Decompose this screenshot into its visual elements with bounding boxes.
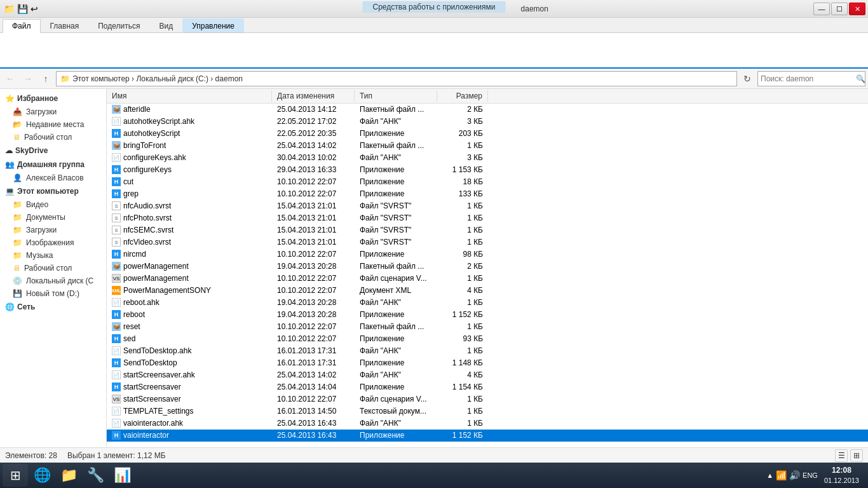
taskbar-chrome[interactable]: 🌐 bbox=[29, 464, 55, 487]
table-row[interactable]: VS powerManagement 10.10.2012 22:07 Файл… bbox=[107, 273, 868, 285]
sidebar-item-downloads[interactable]: 📥 Загрузки bbox=[0, 105, 106, 118]
table-row[interactable]: H sed 10.10.2012 22:07 Приложение 93 КБ bbox=[107, 333, 868, 345]
table-row[interactable]: H reboot 19.04.2013 20:28 Приложение 1 1… bbox=[107, 309, 868, 321]
sidebar-section-skydrive[interactable]: ☁ SkyDrive bbox=[0, 144, 106, 158]
table-row[interactable]: 📄 TEMPLATE_settings 16.01.2013 14:50 Тек… bbox=[107, 405, 868, 417]
file-icon: 📁 bbox=[4, 4, 15, 14]
file-rows-container: 📦 afteridle 25.04.2013 14:12 Пакетный фа… bbox=[107, 104, 868, 442]
selected-info: Выбран 1 элемент: 1,12 МБ bbox=[67, 451, 166, 460]
sidebar: ⭐ Избранное 📥 Загрузки 📂 Недавние места … bbox=[0, 89, 107, 447]
refresh-button[interactable]: ↻ bbox=[740, 71, 755, 86]
table-row[interactable]: H nircmd 10.10.2012 22:07 Приложение 98 … bbox=[107, 248, 868, 261]
package-icon: 📦 bbox=[112, 262, 121, 271]
table-row[interactable]: S nfcSEMC.svrst 15.04.2013 21:01 Файл "S… bbox=[107, 224, 868, 236]
h-app-icon: H bbox=[112, 334, 121, 343]
sidebar-item-recent[interactable]: 📂 Недавние места bbox=[0, 118, 106, 131]
taskbar-app1[interactable]: 🔧 bbox=[83, 464, 108, 487]
tab-manage[interactable]: Управление bbox=[182, 18, 244, 32]
table-row[interactable]: H cut 10.10.2012 22:07 Приложение 18 КБ bbox=[107, 176, 868, 188]
docs-icon: 📁 bbox=[13, 213, 22, 222]
table-row[interactable]: H SendToDesktop 16.01.2013 17:31 Приложе… bbox=[107, 357, 868, 369]
table-row[interactable]: H grep 10.10.2012 22:07 Приложение 133 К… bbox=[107, 188, 868, 200]
back-button[interactable]: ← bbox=[3, 71, 18, 86]
table-row[interactable]: H autohotkeyScript 22.05.2012 20:35 Прил… bbox=[107, 128, 868, 140]
table-row[interactable]: 📦 bringToFront 25.04.2013 14:02 Пакетный… bbox=[107, 140, 868, 152]
sidebar-item-desktop[interactable]: 🖥 Рабочий стол bbox=[0, 131, 106, 144]
file-name: VS powerManagement bbox=[107, 273, 272, 283]
table-row[interactable]: VS startScreensaver 10.10.2012 22:07 Фай… bbox=[107, 393, 868, 405]
col-header-name[interactable]: Имя bbox=[107, 90, 272, 102]
file-name: 📄 startScreensaver.ahk bbox=[107, 370, 272, 380]
taskbar-clock[interactable]: 12:08 01.12.2013 bbox=[820, 464, 863, 486]
table-row[interactable]: 📄 reboot.ahk 19.04.2013 20:28 Файл "АНК"… bbox=[107, 297, 868, 309]
tray-arrow[interactable]: ▲ bbox=[766, 471, 773, 479]
sidebar-item-docs[interactable]: 📁 Документы bbox=[0, 211, 106, 224]
maximize-button[interactable]: ☐ bbox=[831, 3, 848, 15]
table-row[interactable]: 📄 startScreensaver.ahk 25.04.2013 14:02 … bbox=[107, 369, 868, 381]
sidebar-item-images[interactable]: 📁 Изображения bbox=[0, 236, 106, 249]
taskbar-explorer[interactable]: 📁 bbox=[56, 464, 81, 487]
up-button[interactable]: ↑ bbox=[38, 71, 53, 86]
breadcrumb[interactable]: 📁 Этот компьютер › Локальный диск (C:) ›… bbox=[56, 71, 737, 86]
tray-volume: 🔊 bbox=[789, 470, 800, 480]
tab-file[interactable]: Файл bbox=[3, 19, 41, 33]
tab-share[interactable]: Поделиться bbox=[88, 18, 149, 32]
skydrive-icon: ☁ bbox=[5, 146, 13, 155]
table-row[interactable]: S nfcVideo.svrst 15.04.2013 21:01 Файл "… bbox=[107, 236, 868, 248]
start-button[interactable]: ⊞ bbox=[3, 464, 28, 487]
file-type: Приложение bbox=[355, 382, 437, 392]
table-row[interactable]: S nfcPhoto.svrst 15.04.2013 21:01 Файл "… bbox=[107, 212, 868, 224]
file-size: 1 148 КБ bbox=[437, 358, 488, 368]
tab-home[interactable]: Главная bbox=[41, 18, 89, 32]
table-row[interactable]: 📄 configureKeys.ahk 30.04.2013 10:02 Фай… bbox=[107, 152, 868, 164]
search-box[interactable]: 🔍 bbox=[757, 71, 865, 86]
col-header-date[interactable]: Дата изменения bbox=[272, 90, 355, 102]
sidebar-section-network[interactable]: 🌐 Сеть bbox=[0, 300, 106, 314]
minimize-button[interactable]: — bbox=[813, 3, 830, 15]
table-row[interactable]: 📄 SendToDesktop.ahk 16.01.2013 17:31 Фай… bbox=[107, 345, 868, 357]
recent-icon: 📂 bbox=[13, 120, 22, 129]
file-date: 25.04.2013 16:43 bbox=[272, 430, 355, 440]
network-label: Сеть bbox=[17, 302, 35, 311]
sidebar-section-favorites[interactable]: ⭐ Избранное bbox=[0, 92, 106, 105]
search-input[interactable] bbox=[761, 74, 856, 83]
close-button[interactable]: ✕ bbox=[849, 3, 865, 15]
sidebar-item-music[interactable]: 📁 Музыка bbox=[0, 249, 106, 262]
col-header-size[interactable]: Размер bbox=[437, 90, 488, 102]
file-date: 22.05.2012 17:02 bbox=[272, 116, 355, 126]
forward-button[interactable]: → bbox=[20, 71, 36, 86]
sidebar-item-video[interactable]: 📁 Видео bbox=[0, 198, 106, 211]
sidebar-item-downloads2[interactable]: 📁 Загрузки bbox=[0, 224, 106, 236]
file-size: 1 КБ bbox=[437, 406, 488, 416]
view-tiles-btn[interactable]: ⊞ bbox=[850, 449, 863, 462]
table-row[interactable]: H vaiointeractor 25.04.2013 16:43 Прилож… bbox=[107, 430, 868, 442]
table-row[interactable]: XML PowerManagementSONY 10.10.2012 22:07… bbox=[107, 285, 868, 297]
table-row[interactable]: 📄 vaiointeractor.ahk 25.04.2013 16:43 Фа… bbox=[107, 417, 868, 430]
package-icon: 📦 bbox=[112, 105, 121, 114]
file-date: 15.04.2013 21:01 bbox=[272, 201, 355, 211]
file-name: XML PowerManagementSONY bbox=[107, 285, 272, 295]
sidebar-section-thispc[interactable]: 💻 Этот компьютер bbox=[0, 184, 106, 198]
file-date: 15.04.2013 21:01 bbox=[272, 213, 355, 223]
h-app-icon: H bbox=[112, 250, 121, 259]
table-row[interactable]: 📦 reset 10.10.2012 22:07 Пакетный файл .… bbox=[107, 321, 868, 333]
sidebar-item-desktop2[interactable]: 🖥 Рабочий стол bbox=[0, 262, 106, 274]
view-details-btn[interactable]: ☰ bbox=[835, 449, 848, 462]
table-row[interactable]: 📦 powerManagement 19.04.2013 20:28 Пакет… bbox=[107, 261, 868, 273]
table-row[interactable]: H startScreensaver 25.04.2013 14:04 Прил… bbox=[107, 381, 868, 393]
col-header-type[interactable]: Тип bbox=[355, 90, 437, 102]
table-row[interactable]: 📦 afteridle 25.04.2013 14:12 Пакетный фа… bbox=[107, 104, 868, 116]
file-type: Пакетный файл ... bbox=[355, 322, 437, 332]
taskbar-app2[interactable]: 📊 bbox=[109, 464, 135, 487]
file-type: Файл "SVRST" bbox=[355, 225, 437, 235]
table-row[interactable]: S nfcAudio.svrst 15.04.2013 21:01 Файл "… bbox=[107, 200, 868, 212]
sidebar-section-homegroup[interactable]: 👥 Домашняя группа bbox=[0, 158, 106, 172]
file-name: H sed bbox=[107, 334, 272, 344]
sidebar-item-alexei[interactable]: 👤 Алексей Власов bbox=[0, 172, 106, 184]
taskbar-lang: ENG bbox=[803, 471, 818, 479]
sidebar-item-ddrive[interactable]: 💾 Новый том (D:) bbox=[0, 287, 106, 300]
table-row[interactable]: 📄 autohotkeyScript.ahk 22.05.2012 17:02 … bbox=[107, 116, 868, 128]
sidebar-item-cdrive[interactable]: 💿 Локальный диск (C bbox=[0, 274, 106, 287]
table-row[interactable]: H configureKeys 29.04.2013 16:33 Приложе… bbox=[107, 164, 868, 176]
tab-view[interactable]: Вид bbox=[149, 18, 182, 32]
